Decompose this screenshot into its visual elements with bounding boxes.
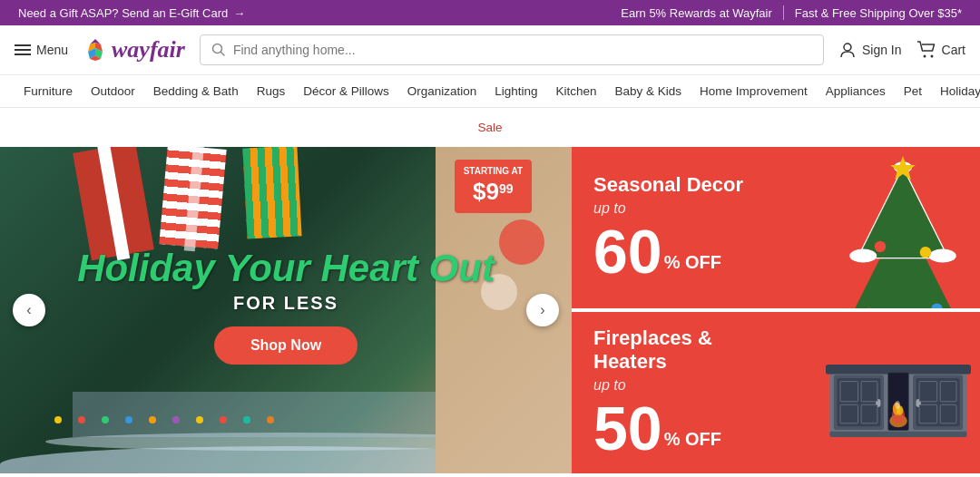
- hamburger-icon: [15, 44, 31, 55]
- gift-card-text: Need a Gift ASAP? Send an E-Gift Card: [18, 6, 228, 20]
- fireplaces-title-line1: Fireplaces &: [593, 326, 712, 349]
- carousel-prev-button[interactable]: ‹: [13, 294, 45, 326]
- logo-link[interactable]: wayfair: [83, 36, 185, 63]
- promo-panels: Seasonal Decor up to 60 % OFF: [572, 147, 980, 473]
- banner-left: Need a Gift ASAP? Send an E-Gift Card →: [18, 6, 245, 20]
- logo-text: wayfair: [112, 36, 185, 63]
- price-main: $9: [473, 177, 499, 208]
- cart-icon: [916, 41, 936, 59]
- price-cents: 99: [499, 180, 514, 197]
- fireplaces-panel[interactable]: Fireplaces & Heaters up to 50 % OFF: [572, 308, 980, 473]
- seasonal-percent-off: % OFF: [664, 252, 721, 273]
- hero-text-area: Holiday Your Heart Out FOR LESS Shop Now: [0, 248, 572, 365]
- nav-row: Furniture Outdoor Bedding & Bath Rugs Dé…: [0, 75, 980, 108]
- seasonal-decor-title: Seasonal Decor: [593, 173, 958, 197]
- fireplaces-percent-off: % OFF: [664, 429, 721, 450]
- sign-in-label: Sign In: [862, 43, 902, 57]
- cart-label: Cart: [942, 43, 965, 57]
- main-content: STARTING AT $999 Holiday Your Heart Out …: [0, 147, 980, 473]
- nav-baby[interactable]: Baby & Kids: [606, 75, 691, 107]
- seasonal-percent-num: 60: [593, 220, 662, 282]
- header-actions: Sign In Cart: [838, 41, 965, 59]
- carousel-next-button[interactable]: ›: [526, 294, 559, 326]
- nav-appliances[interactable]: Appliances: [817, 75, 895, 107]
- fireplaces-percent: 50 % OFF: [593, 397, 958, 459]
- seasonal-decor-text: Seasonal Decor up to 60 % OFF: [593, 173, 958, 282]
- hero-subtitle: FOR LESS: [0, 293, 572, 314]
- user-icon: [838, 41, 857, 59]
- shipping-text: Fast & Free Shipping Over $35*: [795, 6, 962, 20]
- fireplaces-upto: up to: [593, 377, 958, 394]
- cart-button[interactable]: Cart: [916, 41, 965, 59]
- nav-sale-row: Sale: [0, 108, 980, 147]
- rewards-text: Earn 5% Rewards at Wayfair: [621, 6, 771, 20]
- price-badge-top: STARTING AT: [464, 165, 523, 177]
- hero-banner: STARTING AT $999 Holiday Your Heart Out …: [0, 147, 572, 473]
- hero-title: Holiday Your Heart Out: [0, 248, 572, 289]
- seasonal-decor-upto: up to: [593, 200, 958, 217]
- menu-button[interactable]: Menu: [15, 43, 68, 57]
- nav-home-improvement[interactable]: Home Improvement: [691, 75, 817, 107]
- seasonal-decor-percent: 60 % OFF: [593, 220, 958, 282]
- nav-sale[interactable]: Sale: [468, 112, 511, 143]
- nav-bedding[interactable]: Bedding & Bath: [144, 75, 248, 107]
- seasonal-decor-panel[interactable]: Seasonal Decor up to 60 % OFF: [572, 147, 980, 308]
- nav-holiday[interactable]: Holiday: [931, 75, 980, 107]
- fireplaces-title-line2: Heaters: [593, 350, 667, 373]
- menu-label: Menu: [36, 43, 68, 57]
- sign-in-button[interactable]: Sign In: [838, 41, 902, 59]
- nav-rugs[interactable]: Rugs: [248, 75, 295, 107]
- banner-right: Earn 5% Rewards at Wayfair Fast & Free S…: [621, 5, 962, 20]
- fireplaces-title: Fireplaces & Heaters: [593, 326, 958, 375]
- price-badge: STARTING AT $999: [455, 160, 532, 213]
- search-input[interactable]: [233, 43, 812, 57]
- nav-bar: Furniture Outdoor Bedding & Bath Rugs Dé…: [0, 75, 980, 147]
- top-banner: Need a Gift ASAP? Send an E-Gift Card → …: [0, 0, 980, 25]
- fireplaces-text: Fireplaces & Heaters up to 50 % OFF: [593, 326, 958, 460]
- search-icon: [211, 43, 226, 57]
- nav-pet[interactable]: Pet: [895, 75, 931, 107]
- banner-divider: [783, 5, 784, 20]
- search-bar[interactable]: [200, 34, 824, 65]
- svg-point-8: [844, 44, 851, 51]
- svg-point-10: [930, 55, 933, 58]
- wayfair-logo-icon: [83, 37, 108, 63]
- banner-arrow: →: [233, 6, 245, 20]
- nav-furniture[interactable]: Furniture: [15, 75, 82, 107]
- nav-lighting[interactable]: Lighting: [485, 75, 546, 107]
- svg-point-9: [923, 55, 926, 58]
- header: Menu wayfair Sign In: [0, 25, 980, 75]
- svg-line-7: [220, 53, 224, 56]
- nav-decor[interactable]: Décor & Pillows: [294, 75, 398, 107]
- nav-organization[interactable]: Organization: [398, 75, 486, 107]
- nav-outdoor[interactable]: Outdoor: [82, 75, 144, 107]
- fireplaces-percent-num: 50: [593, 397, 662, 459]
- nav-kitchen[interactable]: Kitchen: [547, 75, 606, 107]
- shop-now-button[interactable]: Shop Now: [214, 326, 358, 365]
